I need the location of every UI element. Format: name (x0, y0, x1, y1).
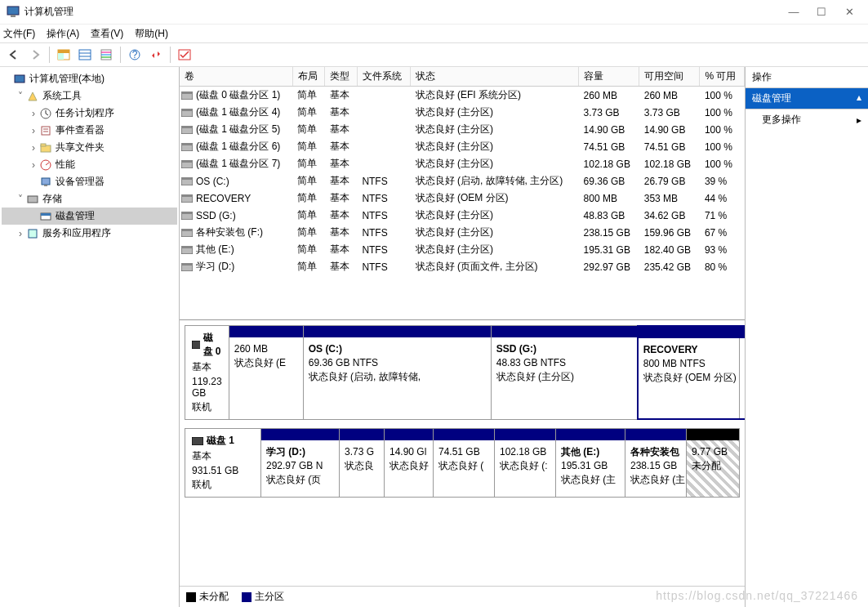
tree-event-viewer[interactable]: › 事件查看器 (2, 122, 177, 139)
action-checkbox-button[interactable] (176, 46, 194, 64)
volume-row[interactable]: (磁盘 1 磁盘分区 5)简单基本状态良好 (主分区)14.90 GB14.90… (180, 121, 745, 138)
col-status[interactable]: 状态 (411, 67, 579, 87)
svg-rect-0 (7, 7, 19, 15)
col-volume[interactable]: 卷 (180, 67, 292, 87)
svg-rect-30 (29, 230, 37, 238)
partition[interactable]: OS (C:)69.36 GB NTFS状态良好 (启动, 故障转储, (303, 326, 491, 419)
menu-view[interactable]: 查看(V) (91, 27, 123, 41)
window-title: 计算机管理 (24, 5, 73, 19)
actions-selected[interactable]: 磁盘管理▴ (746, 88, 868, 109)
disk-label: 磁盘 1基本931.51 GB联机 (185, 429, 261, 497)
actions-panel: 操作 磁盘管理▴ 更多操作▸ (746, 67, 868, 607)
partition[interactable]: 74.51 GB状态良好 ( (433, 429, 494, 497)
menu-help[interactable]: 帮助(H) (135, 27, 168, 41)
disk-row[interactable]: 磁盘 0基本119.23 GB联机260 MB状态良好 (EOS (C:)69.… (185, 325, 740, 420)
minimize-button[interactable]: ― (788, 6, 799, 18)
forward-button[interactable] (26, 46, 44, 64)
back-button[interactable] (5, 46, 23, 64)
disk-graphical-view[interactable]: 磁盘 0基本119.23 GB联机260 MB状态良好 (EOS (C:)69.… (180, 320, 745, 586)
volume-row[interactable]: 学习 (D:)简单基本NTFS状态良好 (页面文件, 主分区)292.97 GB… (180, 258, 745, 275)
actions-header: 操作 (746, 67, 868, 88)
partition[interactable]: 260 MB状态良好 (E (229, 326, 303, 419)
col-pct[interactable]: % 可用 (700, 67, 745, 87)
watermark: https://blog.csdn.net/qq_37221466 (656, 589, 858, 602)
svg-rect-4 (58, 53, 64, 60)
partition[interactable]: 14.90 Gl状态良好 (384, 429, 433, 497)
svg-rect-27 (28, 196, 38, 203)
svg-rect-38 (181, 143, 193, 145)
svg-rect-25 (42, 178, 50, 185)
svg-rect-48 (181, 229, 193, 231)
tree-system-tools[interactable]: ˅ 系统工具 (2, 87, 177, 105)
tree-services-apps[interactable]: › 服务和应用程序 (2, 225, 177, 242)
partition-unallocated[interactable]: 9.77 GB未分配 (686, 429, 739, 497)
svg-rect-50 (181, 246, 193, 248)
partition[interactable]: 各种安装包238.15 GB状态良好 (主 (625, 429, 686, 497)
svg-rect-36 (181, 126, 193, 128)
partition[interactable]: 102.18 GB状态良好 (: (494, 429, 555, 497)
volume-row[interactable]: (磁盘 1 磁盘分区 6)简单基本状态良好 (主分区)74.51 GB74.51… (180, 138, 745, 155)
menu-file[interactable]: 文件(F) (3, 27, 35, 41)
volume-row[interactable]: 其他 (E:)简单基本NTFS状态良好 (主分区)195.31 GB182.40… (180, 241, 745, 258)
col-fs[interactable]: 文件系统 (357, 67, 410, 87)
main-panel: 卷布局类型文件系统状态容量可用空间% 可用 (磁盘 0 磁盘分区 1)简单基本状… (180, 67, 746, 607)
partition[interactable]: RECOVERY800 MB NTFS状态良好 (OEM 分区) (637, 325, 745, 420)
partition[interactable]: 其他 (E:)195.31 GB状态良好 (主 (555, 429, 625, 497)
tree-root[interactable]: 计算机管理(本地) (2, 70, 177, 87)
nav-tree[interactable]: 计算机管理(本地) ˅ 系统工具 › 任务计划程序 › 事件查看器 › 共享文件… (0, 67, 180, 607)
close-button[interactable]: ✕ (844, 6, 855, 18)
partition[interactable]: SSD (G:)48.83 GB NTFS状态良好 (主分区) (491, 326, 638, 419)
tree-device-manager[interactable]: 设备管理器 (2, 173, 177, 190)
legend-primary: 主分区 (255, 591, 284, 602)
svg-rect-3 (58, 50, 69, 53)
volume-list[interactable]: 卷布局类型文件系统状态容量可用空间% 可用 (磁盘 0 磁盘分区 1)简单基本状… (180, 67, 745, 320)
svg-rect-19 (42, 127, 50, 135)
disk-row[interactable]: 磁盘 1基本931.51 GB联机学习 (D:)292.97 GB N状态良好 … (185, 428, 740, 498)
help-button[interactable]: ? (126, 46, 144, 64)
svg-rect-15 (15, 75, 24, 83)
tree-performance[interactable]: › 性能 (2, 156, 177, 173)
refresh-button[interactable] (147, 46, 165, 64)
tree-task-scheduler[interactable]: › 任务计划程序 (2, 105, 177, 122)
svg-rect-1 (11, 15, 16, 17)
svg-rect-46 (181, 212, 193, 214)
volume-row[interactable]: OS (C:)简单基本NTFS状态良好 (启动, 故障转储, 主分区)69.36… (180, 172, 745, 190)
svg-rect-5 (79, 50, 91, 60)
toolbar: ? (0, 42, 868, 67)
volume-row[interactable]: RECOVERY简单基本NTFS状态良好 (OEM 分区)800 MB353 M… (180, 190, 745, 207)
view-list-button[interactable] (76, 46, 94, 64)
app-icon (7, 6, 20, 19)
properties-button[interactable] (97, 46, 115, 64)
menubar: 文件(F) 操作(A) 查看(V) 帮助(H) (0, 25, 868, 42)
svg-rect-54 (192, 437, 203, 445)
tree-shared-folders[interactable]: › 共享文件夹 (2, 139, 177, 156)
partition[interactable]: 3.73 G状态良 (339, 429, 384, 497)
col-capacity[interactable]: 容量 (579, 67, 639, 87)
disk-label: 磁盘 0基本119.23 GB联机 (185, 326, 229, 419)
svg-rect-32 (181, 91, 193, 94)
volume-row[interactable]: (磁盘 1 磁盘分区 4)简单基本状态良好 (主分区)3.73 GB3.73 G… (180, 104, 745, 121)
svg-rect-23 (41, 144, 46, 146)
maximize-button[interactable]: ☐ (816, 6, 827, 18)
volume-row[interactable]: (磁盘 0 磁盘分区 1)简单基本状态良好 (EFI 系统分区)260 MB26… (180, 87, 745, 105)
svg-rect-34 (181, 109, 193, 111)
legend-unallocated: 未分配 (199, 591, 229, 602)
menu-action[interactable]: 操作(A) (47, 27, 79, 41)
volume-row[interactable]: 各种安装包 (F:)简单基本NTFS状态良好 (主分区)238.15 GB159… (180, 224, 745, 241)
partition[interactable]: 学习 (D:)292.97 GB N状态良好 (页 (261, 429, 339, 497)
svg-rect-44 (181, 194, 193, 197)
svg-rect-52 (181, 263, 193, 266)
actions-more[interactable]: 更多操作▸ (746, 109, 868, 130)
view-split-button[interactable] (55, 46, 73, 64)
svg-rect-26 (44, 185, 47, 186)
tree-disk-management[interactable]: 磁盘管理 (2, 208, 177, 225)
tree-storage[interactable]: ˅ 存储 (2, 190, 177, 208)
col-type[interactable]: 类型 (325, 67, 358, 87)
svg-text:?: ? (132, 49, 138, 60)
svg-rect-42 (181, 177, 193, 180)
volume-row[interactable]: (磁盘 1 磁盘分区 7)简单基本状态良好 (主分区)102.18 GB102.… (180, 155, 745, 172)
col-free[interactable]: 可用空间 (639, 67, 700, 87)
svg-rect-53 (192, 341, 200, 349)
col-layout[interactable]: 布局 (292, 67, 325, 87)
volume-row[interactable]: SSD (G:)简单基本NTFS状态良好 (主分区)48.83 GB34.62 … (180, 207, 745, 224)
